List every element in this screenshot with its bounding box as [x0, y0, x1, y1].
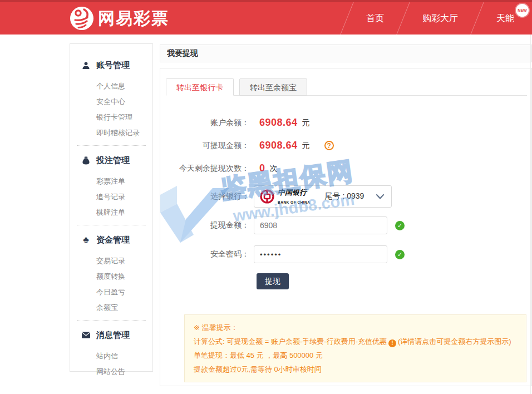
divider — [530, 35, 531, 394]
withdrawable-unit: 元 — [302, 141, 310, 151]
brand[interactable]: 网易彩票 — [70, 7, 169, 30]
sidebar-item-lottery-bets[interactable]: 彩票注单 — [70, 174, 152, 189]
amount-label: 提现金额： — [160, 220, 249, 230]
moneybag-icon — [81, 156, 91, 165]
nav-item-home[interactable]: 首页 — [348, 13, 402, 24]
club-icon: ♣ — [81, 235, 91, 245]
valid-check-icon: ✓ — [395, 250, 405, 259]
account-sidebar: 账号管理 个人信息 安全中心 银行卡管理 即时稽核记录 投注管理 彩票注单 追号… — [70, 43, 153, 372]
bank-select-dropdown[interactable]: 中国银行 BANK OF CHINA 尾号 : 0939 — [254, 185, 392, 208]
amount-row: 提现金额： ✓ — [160, 216, 531, 234]
sidebar-section-funds: ♣ 资金管理 — [70, 232, 152, 248]
sidebar-item-today-pnl[interactable]: 今日盈亏 — [70, 284, 152, 300]
sidebar-list: 交易记录 额度转换 今日盈亏 余额宝 — [70, 253, 152, 316]
page-title-bar: 我要提现 — [160, 45, 532, 62]
mail-icon — [81, 331, 91, 340]
valid-check-icon: ✓ — [395, 221, 405, 230]
balance-unit: 元 — [302, 118, 310, 128]
tab-to-yuebao[interactable]: 转出至余额宝 — [239, 78, 307, 96]
nav-item-tianneng[interactable]: 天能 NEW — [479, 13, 532, 24]
balance-row: 账户余额： 6908.64 元 — [160, 117, 531, 129]
sidebar-section-messages: 消息管理 — [70, 327, 152, 343]
page-title: 我要提现 — [167, 48, 198, 58]
withdrawable-label: 可提现金额： — [160, 141, 249, 151]
tab-to-bank-card[interactable]: 转出至银行卡 — [166, 78, 234, 96]
withdraw-form: 账户余额： 6908.64 元 可提现金额： 6908.64 元 ? 今天剩余提… — [160, 117, 531, 382]
top-header: 网易彩票 首页 购彩大厅 天能 NEW — [0, 0, 532, 35]
sidebar-item-bank-card[interactable]: 银行卡管理 — [70, 110, 152, 125]
sidebar-item-chase-records[interactable]: 追号记录 — [70, 189, 152, 205]
sidebar-section-betting: 投注管理 — [70, 152, 152, 168]
bank-of-china-logo-icon — [260, 189, 274, 204]
withdraw-panel: 转出至银行卡 转出至余额宝 账户余额： 6908.64 元 可提现金额： 690… — [160, 68, 532, 386]
tips-box: ※ 温馨提示： 计算公式: 可提现金额 = 账户余额-手续费-行政费用-充值优惠… — [184, 314, 526, 382]
remaining-unit: 次 — [270, 164, 278, 174]
chevron-down-icon — [376, 191, 384, 201]
withdraw-page: 网易彩票 首页 购彩大厅 天能 NEW 账号管理 个人信息 安全中心 银行卡管理… — [0, 0, 532, 394]
withdraw-submit-button[interactable]: 提现 — [257, 273, 289, 289]
sidebar-item-transactions[interactable]: 交易记录 — [70, 253, 152, 269]
main-nav: 首页 购彩大厅 天能 NEW — [346, 2, 532, 35]
sidebar-item-quota-convert[interactable]: 额度转换 — [70, 269, 152, 284]
divider — [77, 320, 146, 321]
sidebar-list: 彩票注单 追号记录 棋牌注单 — [70, 174, 152, 220]
divider — [77, 225, 146, 225]
balance-label: 账户余额： — [160, 118, 249, 128]
tips-title: ※ 温馨提示： — [194, 321, 517, 334]
tips-review-line: 提款金额超过0元,需等待 0小时审核时间 — [194, 362, 517, 376]
bank-row: 选择银行： 中国银行 BANK OF CHINA 尾号 : 0939 — [160, 185, 531, 208]
new-badge: NEW — [516, 4, 529, 17]
user-icon — [81, 61, 91, 70]
sidebar-item-board-bets[interactable]: 棋牌注单 — [70, 205, 152, 220]
divider — [77, 145, 146, 146]
sidebar-item-audit-records[interactable]: 即时稽核记录 — [70, 125, 152, 141]
withdraw-amount-input[interactable] — [254, 216, 387, 234]
withdrawable-row: 可提现金额： 6908.64 元 ? — [160, 140, 531, 151]
tips-formula-line: 计算公式: 可提现金额 = 账户余额-手续费-行政费用-充值优惠!(详情请点击可… — [194, 334, 517, 348]
sidebar-item-announcements[interactable]: 网站公告 — [70, 364, 152, 380]
balance-value: 6908.64 — [259, 117, 298, 129]
sidebar-item-yuebao[interactable]: 余额宝 — [70, 300, 152, 316]
alert-exclamation-icon[interactable]: ! — [388, 339, 396, 347]
nav-item-lottery-hall[interactable]: 购彩大厅 — [405, 13, 476, 24]
withdrawable-value: 6908.64 — [259, 140, 298, 151]
password-row: 安全密码： ✓ — [160, 245, 531, 263]
security-password-input[interactable] — [254, 245, 387, 263]
sidebar-item-inbox[interactable]: 站内信 — [70, 348, 152, 364]
tips-limits-line: 单笔提现：最低 45 元 ，最高 500000 元 — [194, 348, 517, 362]
card-tail-number: 尾号 : 0939 — [325, 191, 364, 201]
remaining-times-row: 今天剩余提现次数： 0 次 — [160, 162, 531, 174]
sidebar-list: 站内信 网站公告 — [70, 348, 152, 380]
bank-label: 选择银行： — [160, 191, 249, 201]
remaining-label: 今天剩余提现次数： — [160, 164, 249, 174]
help-question-icon[interactable]: ? — [324, 141, 334, 150]
remaining-value: 0 — [259, 162, 265, 174]
sidebar-item-security-center[interactable]: 安全中心 — [70, 94, 152, 110]
sidebar-list: 个人信息 安全中心 银行卡管理 即时稽核记录 — [70, 78, 152, 141]
bank-name: 中国银行 BANK OF CHINA — [278, 188, 311, 205]
sidebar-item-personal-info[interactable]: 个人信息 — [70, 78, 152, 94]
withdraw-tabs: 转出至银行卡 转出至余额宝 — [166, 78, 527, 96]
brand-name: 网易彩票 — [98, 7, 169, 30]
sidebar-section-account: 账号管理 — [70, 57, 152, 73]
password-label: 安全密码： — [160, 249, 249, 259]
netease-lottery-logo-icon — [70, 7, 93, 30]
